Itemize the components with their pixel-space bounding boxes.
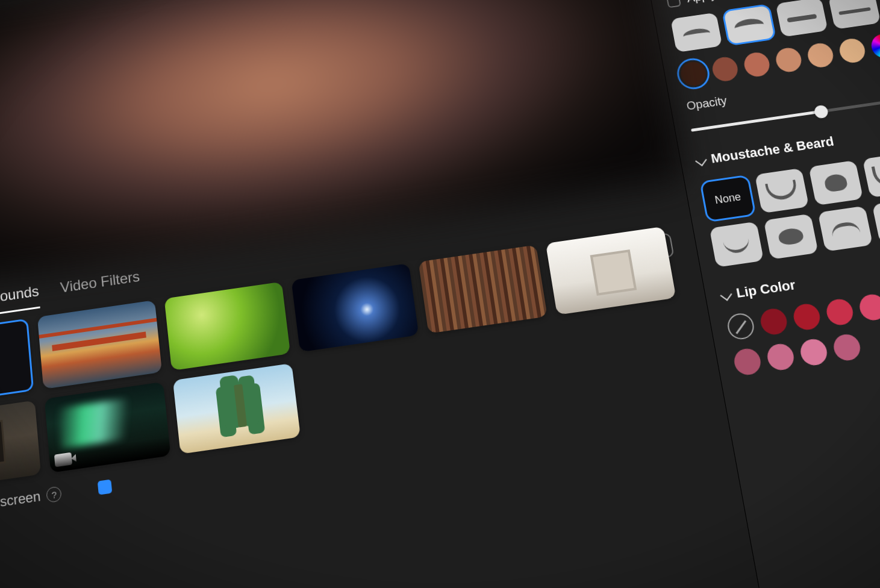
lip-color-6[interactable] bbox=[732, 347, 763, 377]
lip-section-title: Lip Color bbox=[735, 277, 796, 301]
background-golden-gate[interactable] bbox=[37, 300, 162, 389]
eyebrow-shape-3[interactable] bbox=[775, 0, 828, 37]
moustache-none[interactable]: None bbox=[701, 176, 755, 221]
eyebrow-shape-1[interactable] bbox=[670, 13, 722, 52]
eyebrow-color-picker[interactable] bbox=[869, 33, 880, 60]
background-dark-office[interactable] bbox=[0, 400, 41, 491]
chevron-down-icon bbox=[720, 289, 732, 301]
app-viewport: Virtual Backgrounds Video Filters + None bbox=[0, 0, 880, 588]
moustache-style-3[interactable] bbox=[863, 152, 880, 198]
eyebrow-color-3[interactable] bbox=[742, 51, 772, 78]
lip-color-9[interactable] bbox=[831, 333, 862, 362]
moustache-style-4[interactable] bbox=[710, 222, 764, 267]
moustache-style-5[interactable] bbox=[764, 214, 819, 260]
lip-color-4[interactable] bbox=[857, 293, 880, 322]
moustache-grid: None bbox=[701, 150, 880, 267]
help-icon[interactable]: ? bbox=[46, 486, 62, 503]
eyebrow-color-6[interactable] bbox=[837, 37, 867, 64]
moustache-style-6[interactable] bbox=[818, 206, 873, 252]
apply-all-checkbox[interactable] bbox=[666, 0, 681, 8]
background-bookshelf[interactable] bbox=[419, 245, 548, 333]
lip-color-2[interactable] bbox=[791, 302, 822, 331]
background-grass[interactable] bbox=[164, 282, 291, 371]
video-background-icon bbox=[54, 452, 72, 468]
green-screen-label: ave a green screen bbox=[0, 488, 42, 521]
eyebrow-shape-4[interactable] bbox=[828, 0, 880, 30]
background-beach[interactable] bbox=[173, 363, 301, 454]
moustache-section-title: Moustache & Beard bbox=[710, 134, 835, 166]
lip-color-none[interactable] bbox=[726, 311, 757, 340]
background-none-label: None bbox=[0, 321, 32, 405]
mirror-checkbox[interactable] bbox=[98, 480, 113, 495]
moustache-style-2[interactable] bbox=[808, 160, 863, 205]
moustache-style-7[interactable] bbox=[872, 198, 880, 244]
background-none[interactable]: None bbox=[0, 318, 34, 407]
lip-color-7[interactable] bbox=[765, 342, 796, 372]
lip-color-3[interactable] bbox=[825, 298, 855, 327]
eyebrow-shape-2[interactable] bbox=[723, 5, 775, 45]
moustache-style-1[interactable] bbox=[755, 168, 809, 213]
eyebrow-color-2[interactable] bbox=[711, 55, 740, 83]
chevron-down-icon bbox=[695, 155, 707, 166]
lip-color-8[interactable] bbox=[798, 337, 829, 367]
opacity-slider-thumb[interactable] bbox=[813, 104, 829, 119]
eyebrow-color-5[interactable] bbox=[806, 42, 835, 69]
main-panel: Virtual Backgrounds Video Filters + None bbox=[0, 0, 766, 588]
background-earth-space[interactable] bbox=[291, 263, 419, 352]
eyebrow-color-1[interactable] bbox=[679, 60, 708, 87]
background-white-room[interactable] bbox=[546, 227, 676, 315]
eyebrow-color-4[interactable] bbox=[774, 46, 804, 74]
lip-color-1[interactable] bbox=[758, 307, 789, 336]
background-aurora[interactable] bbox=[45, 382, 171, 473]
